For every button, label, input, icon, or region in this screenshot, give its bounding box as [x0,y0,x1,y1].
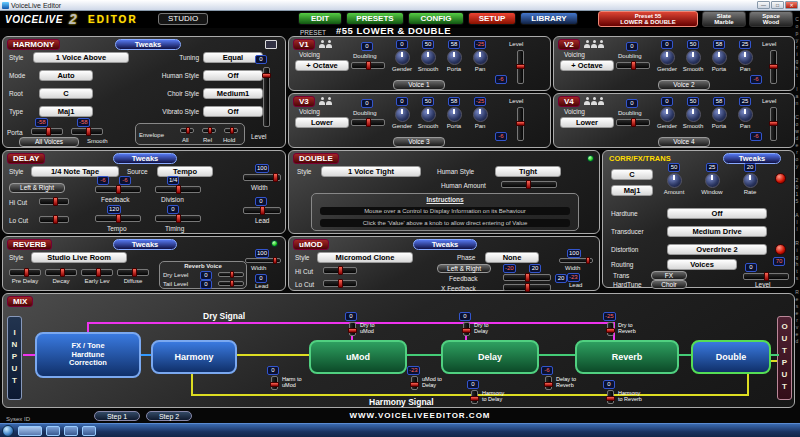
porta-value[interactable]: 58 [713,97,725,106]
tempo-slider[interactable] [95,215,141,222]
pan-knob[interactable] [738,50,753,65]
voice-button[interactable]: Voice 2 [658,80,710,90]
smooth-knob[interactable] [421,50,436,65]
taskbar-item[interactable] [82,426,96,436]
minimize-button[interactable]: — [757,1,770,9]
gender-knob[interactable] [395,50,410,65]
pan-knob[interactable] [473,107,488,122]
tab-presets[interactable]: PRESETS [346,12,404,25]
gender-knob[interactable] [395,107,410,122]
feedback-slider[interactable] [503,274,551,281]
gender-value[interactable]: 0 [396,40,408,49]
mix-block-fx-tone[interactable]: FX / Tone Hardtune Correction [35,332,141,378]
mix-block-harmony[interactable]: Harmony [151,340,237,374]
decay-slider[interactable] [45,269,77,276]
display-icon[interactable] [265,40,277,49]
doubling-slider[interactable] [616,62,650,69]
mix-block-double[interactable]: Double [691,340,771,374]
porta-value[interactable]: 58 [448,97,460,106]
send-slider[interactable] [271,376,278,390]
harmony-type-value[interactable]: Maj1 [39,106,93,117]
send-slider[interactable] [545,376,552,390]
feedback-right-value[interactable]: -6 [119,176,131,185]
feedback-slider[interactable] [95,186,141,193]
window-knob[interactable] [705,173,720,188]
taskbar-item[interactable] [64,426,78,436]
lo-cut-slider[interactable] [39,216,69,223]
send-slider[interactable] [349,322,356,336]
harmony-root-value[interactable]: C [39,88,93,99]
send-slider[interactable] [607,390,614,404]
step2-button[interactable]: Step 2 [146,411,192,421]
smooth-value[interactable]: 50 [422,97,434,106]
send-value[interactable]: -23 [407,366,420,375]
human-style-value[interactable]: Off [203,70,263,81]
width-slider[interactable] [243,174,281,181]
doubling-value[interactable]: 0 [626,42,638,51]
width-value[interactable]: 100 [255,164,269,173]
human-amount-slider[interactable] [501,181,557,188]
level-slider[interactable] [517,107,524,141]
umod-tweaks-button[interactable]: Tweaks [413,239,477,250]
mix-block-reverb[interactable]: Reverb [575,340,679,374]
send-value[interactable]: 0 [603,380,615,389]
skin-space-wood-button[interactable]: Space Wood [749,11,793,27]
level-value[interactable]: -6 [495,132,507,141]
rate-knob[interactable] [743,173,758,188]
porta-slider[interactable] [31,128,63,135]
voicing-value[interactable]: + Octave [560,60,614,71]
smooth-knob[interactable] [421,107,436,122]
send-slider[interactable] [463,322,470,336]
skin-slate-marble-button[interactable]: Slate Marble [702,11,746,27]
transducer-value[interactable]: Medium Drive [667,226,767,237]
early-lev-slider[interactable] [81,269,113,276]
close-button[interactable]: ✕ [785,1,798,9]
smooth-value[interactable]: 50 [422,40,434,49]
porta-knob[interactable] [712,107,727,122]
reverb-tweaks-button[interactable]: Tweaks [113,239,177,250]
width-value[interactable]: 100 [567,249,581,258]
pan-knob[interactable] [473,50,488,65]
tab-config[interactable]: CONFIG [408,12,464,25]
amount-value[interactable]: 50 [668,163,680,172]
distortion-amount-value[interactable]: 70 [773,257,785,266]
step1-button[interactable]: Step 1 [94,411,140,421]
smooth-value[interactable]: 50 [687,40,699,49]
lead-slider[interactable] [243,207,281,214]
dry-level-slider[interactable] [218,272,244,277]
pan-value[interactable]: -25 [474,40,487,49]
send-value[interactable]: 0 [345,312,357,321]
pan-value[interactable]: -25 [474,97,487,106]
tuning-value[interactable]: Equal [203,52,263,63]
send-slider[interactable] [411,376,418,390]
fx-toggle-button[interactable]: FX [651,271,687,280]
porta-value[interactable]: 58 [713,40,725,49]
gender-value[interactable]: 0 [396,97,408,106]
porta-value[interactable]: 58 [448,40,460,49]
start-button[interactable] [2,425,14,437]
voice-button[interactable]: Voice 1 [393,80,445,90]
smooth-knob[interactable] [686,107,701,122]
doubling-value[interactable]: 0 [361,42,373,51]
send-value[interactable]: -6 [541,366,553,375]
tail-level-slider[interactable] [218,281,244,286]
tail-level-value[interactable]: 0 [200,280,212,289]
level-value[interactable]: -6 [750,75,762,84]
harmony-tweaks-button[interactable]: Tweaks [115,39,181,50]
feedback-right-value[interactable]: 20 [529,264,541,273]
gender-value[interactable]: 0 [661,40,673,49]
timing-value[interactable]: 0 [167,205,179,214]
lead-value[interactable]: 0 [255,197,267,206]
all-voices-button[interactable]: All Voices [19,137,79,147]
tab-library[interactable]: LIBRARY [520,12,578,25]
harmony-level-value[interactable]: 0 [255,55,267,64]
pan-value[interactable]: 25 [739,40,751,49]
mix-block-umod[interactable]: uMod [309,340,407,374]
feedback-left-value[interactable]: -6 [97,176,109,185]
smooth-slider[interactable] [71,128,103,135]
harmony-style-value[interactable]: 1 Voice Above [33,52,129,63]
distortion-value[interactable]: Overdrive 2 [667,244,767,255]
porta-knob[interactable] [447,107,462,122]
division-slider[interactable] [155,186,201,193]
maximize-button[interactable]: □ [771,1,784,9]
